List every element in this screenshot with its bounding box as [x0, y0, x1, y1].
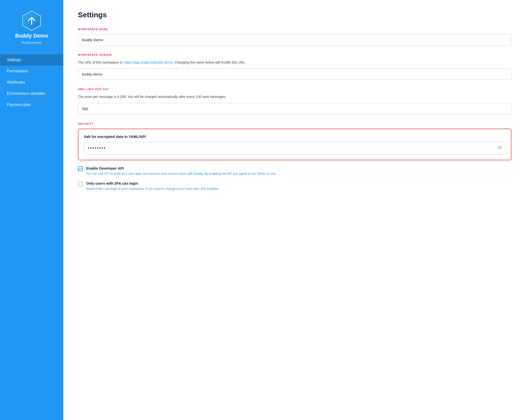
enable-api-desc: You can use API to build your own apps a… — [86, 171, 276, 176]
workspace-domain-label: WORKSPACE DOMAIN — [78, 53, 511, 56]
enable-api-text: Enable Developer API You can use API to … — [86, 166, 276, 176]
security-label: SECURITY — [78, 122, 511, 125]
salt-input[interactable] — [84, 142, 506, 154]
workspace-name: Buddy Demo — [15, 33, 48, 39]
sidebar-item-environment-variables[interactable]: Environment variables — [0, 88, 63, 99]
svg-point-3 — [498, 146, 502, 149]
sidebar: Buddy Demo Preferences Settings Permissi… — [0, 0, 63, 420]
app-logo — [21, 10, 43, 33]
sms-limit-section: SMS LIMIT PER DAY The price per message … — [78, 88, 511, 114]
enable-api-checkbox-wrap[interactable] — [78, 166, 83, 171]
salt-field-wrap — [84, 142, 506, 154]
domain-desc-suffix: . Changing the name below will modify th… — [173, 61, 246, 64]
twofa-checkbox[interactable] — [78, 182, 83, 186]
main-content: Settings WORKSPACE NAME WORKSPACE DOMAIN… — [63, 0, 526, 420]
enable-api-row: Enable Developer API You can use API to … — [78, 166, 511, 176]
workspace-subtitle: Preferences — [22, 41, 42, 45]
enable-api-title: Enable Developer API — [86, 166, 276, 170]
sidebar-item-payment-plan[interactable]: Payment plan — [0, 99, 63, 110]
salt-box: Salt for encrypted data in YAML/API — [78, 129, 511, 160]
enable-api-checkbox[interactable] — [78, 166, 83, 171]
workspace-url-link[interactable]: https://app.stage.io/buddy-demo — [124, 61, 173, 64]
domain-desc-prefix: The URL of this workspace is: — [78, 61, 124, 64]
twofa-row: Only users with 2FA can login Restrict w… — [78, 181, 511, 191]
twofa-title: Only users with 2FA can login — [86, 181, 219, 185]
workspace-domain-section: WORKSPACE DOMAIN The URL of this workspa… — [78, 53, 511, 80]
eye-icon[interactable] — [497, 145, 502, 151]
twofa-desc: Restrict who can login to your workspace… — [86, 186, 219, 191]
svg-point-4 — [499, 147, 500, 148]
sidebar-nav: Settings Permissions Webhooks Environmen… — [0, 54, 63, 110]
workspace-domain-desc: The URL of this workspace is: https://ap… — [78, 60, 511, 65]
salt-title: Salt for encrypted data in YAML/API — [84, 134, 506, 139]
sms-limit-label: SMS LIMIT PER DAY — [78, 88, 511, 91]
workspace-name-input[interactable] — [78, 34, 511, 46]
page-title: Settings — [78, 11, 511, 19]
workspace-domain-input[interactable] — [78, 69, 511, 80]
sms-limit-desc: The price per message is 0.25$. You will… — [78, 94, 511, 99]
security-section: SECURITY Salt for encrypted data in YAML… — [78, 122, 511, 191]
workspace-name-section: WORKSPACE NAME — [78, 28, 511, 46]
twofa-text: Only users with 2FA can login Restrict w… — [86, 181, 219, 191]
workspace-name-label: WORKSPACE NAME — [78, 28, 511, 31]
sms-limit-input[interactable] — [78, 103, 511, 114]
sidebar-item-permissions[interactable]: Permissions — [0, 66, 63, 77]
sidebar-item-webhooks[interactable]: Webhooks — [0, 77, 63, 88]
twofa-checkbox-wrap[interactable] — [78, 182, 83, 186]
sidebar-item-settings[interactable]: Settings — [0, 54, 63, 66]
